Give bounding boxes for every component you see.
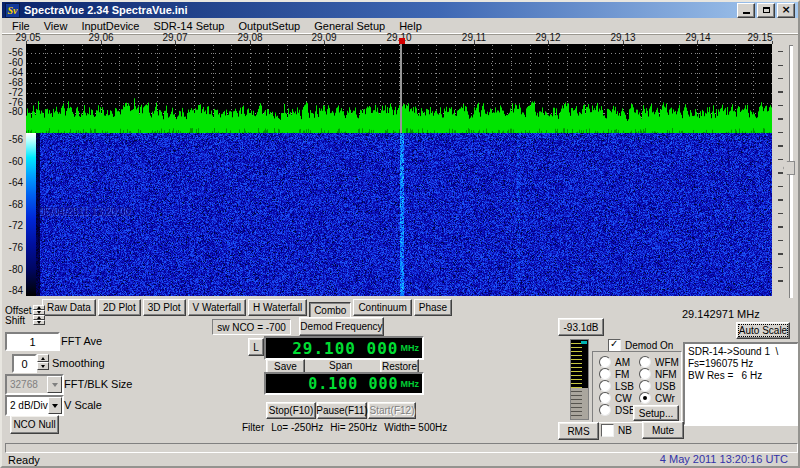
close-button[interactable]: × [777, 3, 795, 18]
waterfall-db-label: -56 [2, 134, 23, 145]
menu-item-general-setup[interactable]: General Setup [307, 19, 392, 33]
radio-nfm[interactable]: NFM [639, 368, 677, 380]
chevron-down-icon [47, 376, 62, 393]
pause-button[interactable]: Pause(F11) [317, 402, 367, 419]
v-scale-label: V Scale [64, 399, 102, 411]
smoothing-input[interactable]: 0 [12, 354, 37, 373]
minimize-button[interactable] [737, 3, 755, 18]
tab-raw-data[interactable]: Raw Data [42, 299, 96, 316]
nb-checkbox[interactable]: NB [601, 424, 632, 437]
filter-hi: Hi= 250Hz [330, 422, 377, 433]
fft-blk-size-select[interactable]: 32768 [5, 374, 64, 395]
filter-lo: Lo= -250Hz [271, 422, 323, 433]
checkbox-unchecked-icon[interactable] [601, 424, 614, 437]
menu-item-sdr14-setup[interactable]: SDR-14 Setup [146, 19, 231, 33]
spectrum-db-label: -80 [2, 106, 23, 117]
slider-ticks [778, 51, 783, 291]
radio-cwr[interactable]: CWr [639, 392, 675, 404]
span-display[interactable]: 0.100 000 MHz [264, 372, 424, 395]
level-db-button[interactable]: -93.1dB [558, 318, 604, 336]
spectrum-plot[interactable] [26, 44, 772, 133]
frequency-display[interactable]: 29.100 000 MHz [264, 336, 424, 360]
minimize-icon [743, 12, 750, 14]
radio-am[interactable]: AM [599, 356, 630, 368]
tab-continuum[interactable]: Continuum [353, 299, 411, 316]
waterfall-colorbar [26, 133, 36, 296]
waterfall-db-label: -76 [2, 242, 23, 253]
waterfall-plot[interactable] [36, 133, 772, 296]
meter-indicator [581, 341, 587, 344]
tab-3d-plot[interactable]: 3D Plot [143, 299, 186, 316]
mute-button[interactable]: Mute [642, 421, 684, 439]
radio-lsb[interactable]: LSB [599, 380, 634, 392]
chevron-down-icon[interactable] [48, 397, 62, 414]
offset-spinner[interactable] [33, 305, 45, 315]
smoothing-spinner[interactable] [37, 354, 49, 370]
filter-width: Width= 500Hz [384, 422, 447, 433]
restore-button[interactable] [757, 3, 775, 18]
demod-mode-group: AM FM LSB CW DSB WFM NFM USB CWr Setup..… [592, 351, 682, 423]
radio-wfm[interactable]: WFM [639, 356, 679, 368]
close-icon: × [781, 5, 790, 15]
demod-frequency-button[interactable]: Demod Frequency [299, 317, 384, 336]
auto-scale-button[interactable]: Auto Scale [736, 322, 790, 339]
menu-item-inputdevice[interactable]: InputDevice [74, 19, 146, 33]
tab-combo[interactable]: Combo [309, 302, 351, 318]
demod-on-label: Demod On [625, 340, 673, 351]
waterfall-db-label: -72 [2, 220, 23, 231]
waterfall-db-label: -80 [2, 264, 23, 275]
span-digits[interactable]: 0.100 000 [308, 375, 398, 393]
radio-usb[interactable]: USB [639, 380, 676, 392]
menu-item-view[interactable]: View [37, 19, 75, 33]
span-unit: MHz [401, 379, 420, 389]
nco-null-button[interactable]: NCO Null [10, 415, 59, 434]
meter-scale-low [571, 388, 588, 419]
waterfall-db-label: -60 [2, 156, 23, 167]
waterfall-db-label: -84 [2, 285, 23, 296]
rms-button[interactable]: RMS [558, 422, 599, 440]
window-title: SpectraVue 2.34 SpectraVue.ini [24, 4, 735, 16]
radio-cw[interactable]: CW [599, 392, 632, 404]
menu-item-help[interactable]: Help [392, 19, 429, 33]
tab-v-waterfall[interactable]: V Waterfall [188, 299, 247, 316]
smoothing-up-icon[interactable] [37, 354, 49, 362]
fft-ave-input[interactable]: 1 [5, 332, 60, 351]
device-info-line: Fs=196075 Hz [688, 358, 794, 370]
lock-button[interactable]: L [248, 338, 264, 356]
radio-dsb[interactable]: DSB [599, 404, 636, 416]
shift-down-icon[interactable] [33, 320, 45, 325]
smoothing-down-icon[interactable] [37, 362, 49, 370]
frequency-unit: MHz [401, 343, 420, 353]
waterfall-db-label: -64 [2, 177, 23, 188]
fft-blk-size-label: FFT/BLK Size [64, 378, 132, 390]
status-text: Ready [8, 454, 40, 466]
menu-item-outputsetup[interactable]: OutputSetup [231, 19, 307, 33]
radio-fm[interactable]: FM [599, 368, 629, 380]
waterfall-db-label: -68 [2, 199, 23, 210]
fft-ave-label: FFT Ave [61, 335, 102, 347]
menu-item-file[interactable]: File [5, 19, 37, 33]
device-info-box: SDR-14->Sound 1 \ Fs=196075 Hz BW Res = … [683, 342, 799, 426]
shift-spinner[interactable] [33, 315, 45, 325]
filter-readout: Filter Lo= -250Hz Hi= 250Hz Width= 500Hz [242, 422, 447, 433]
span-label: Span [329, 360, 352, 371]
status-clock: 4 May 2011 13:20:16 UTC [660, 453, 788, 465]
sw-nco-readout: sw NCO = -700 [212, 319, 291, 335]
device-info-line: BW Res = 6 Hz [688, 370, 794, 382]
start-button[interactable]: Start(F12) [368, 402, 416, 419]
tab-phase[interactable]: Phase [414, 299, 452, 316]
signal-meter [570, 339, 589, 420]
device-info-line: SDR-14->Sound 1 \ [688, 346, 794, 358]
status-panel [5, 443, 798, 453]
stop-button[interactable]: Stop(F10) [266, 402, 316, 419]
tab-h-waterfall[interactable]: H Waterfall [248, 299, 307, 316]
setup-button[interactable]: Setup... [633, 405, 679, 421]
frequency-digits[interactable]: 29.100 000 [292, 339, 398, 358]
vertical-slider[interactable] [773, 35, 800, 305]
nb-label: NB [618, 425, 632, 436]
tab-2d-plot[interactable]: 2D Plot [98, 299, 141, 316]
v-scale-select[interactable]: 2 dB/Div [5, 395, 64, 416]
meter-scale-high [571, 340, 588, 388]
slider-thumb[interactable] [783, 161, 795, 175]
shift-label: Shift [5, 315, 25, 326]
